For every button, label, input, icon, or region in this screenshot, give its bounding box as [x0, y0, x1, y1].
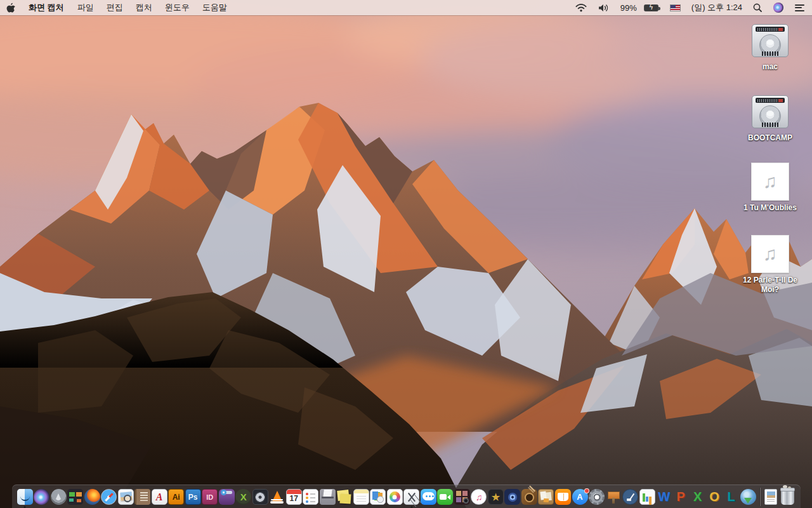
- app-menu-item-1[interactable]: 파일: [71, 0, 100, 15]
- acrobat-reader-icon: A: [152, 489, 167, 505]
- dock-item-safari[interactable]: [101, 486, 117, 508]
- reminders-icon: [303, 489, 318, 505]
- apple-logo-icon: [6, 3, 15, 13]
- dock-item-screen-capture[interactable]: [403, 486, 420, 508]
- desktop-icon-song-12[interactable]: 12 Parle-T-Il De Moi?: [740, 235, 801, 295]
- dock-item-document-file[interactable]: [763, 486, 779, 508]
- desktop-icon-label: mac: [763, 62, 778, 72]
- apple-menu[interactable]: [0, 0, 22, 15]
- messages-icon: [421, 489, 436, 505]
- icon-glyph: ID: [202, 490, 217, 504]
- dock-item-outlook[interactable]: O: [706, 486, 723, 508]
- dock-item-acrobat-reader[interactable]: A: [151, 486, 167, 508]
- microsoft-word-icon: W: [656, 489, 672, 505]
- dock-item-doc-box[interactable]: [319, 486, 336, 508]
- dock-item-excel[interactable]: X: [690, 486, 706, 508]
- dock-item-photoshop[interactable]: Ps: [185, 486, 201, 508]
- dock-item-siri[interactable]: [34, 486, 50, 508]
- wifi-icon[interactable]: [570, 0, 593, 15]
- dock-item-disk-tool[interactable]: [252, 486, 268, 508]
- wallpaper-sierra-mountain: [0, 0, 812, 508]
- dock-item-photos[interactable]: [386, 486, 403, 508]
- dock-item-x-media[interactable]: X: [235, 486, 252, 508]
- app-menu-item-2[interactable]: 편집: [100, 0, 129, 15]
- desktop-icon-song-1[interactable]: 1 Tu M'Oublies: [740, 163, 801, 213]
- dock-item-indesign[interactable]: ID: [202, 486, 218, 508]
- numbers-icon: [639, 489, 655, 505]
- dock-item-toast[interactable]: [218, 486, 235, 508]
- dock-item-calendar[interactable]: 17: [285, 486, 302, 508]
- illustrator-icon: Ai: [168, 489, 184, 505]
- app-menu-item-5[interactable]: 도움말: [196, 0, 233, 15]
- dock-item-app-store[interactable]: A: [572, 486, 588, 508]
- dock-item-firefox[interactable]: [84, 486, 100, 508]
- microsoft-lync-icon: L: [723, 489, 739, 505]
- dock-item-photo-booth[interactable]: [454, 486, 470, 508]
- dock-item-powerpoint[interactable]: P: [672, 486, 689, 508]
- dock-item-facetime[interactable]: [437, 486, 454, 508]
- microsoft-outlook-icon: O: [707, 489, 723, 505]
- dock-item-contacts[interactable]: [134, 486, 151, 508]
- dock-item-news-board[interactable]: [538, 486, 554, 508]
- dock-item-numbers[interactable]: [639, 486, 655, 508]
- trash-icon: [781, 489, 794, 505]
- pages-icon: [622, 489, 638, 505]
- app-menu-item-4[interactable]: 윈도우: [159, 0, 196, 15]
- photoshop-icon: Ps: [185, 489, 201, 505]
- document-file-icon: [764, 489, 777, 505]
- input-source-flag-icon[interactable]: [664, 0, 686, 15]
- desktop-icon-label: 1 Tu M'Oublies: [743, 203, 797, 213]
- dock-item-system-preferences[interactable]: [589, 486, 605, 508]
- dock-item-messages[interactable]: [420, 486, 436, 508]
- app-menu-item-3[interactable]: 캡처: [129, 0, 159, 15]
- dock-item-stickies[interactable]: [336, 486, 353, 508]
- dock-item-imovie[interactable]: ★: [487, 486, 504, 508]
- menu-bar-status: 99% (일) 오후 1:24: [570, 0, 812, 15]
- icon-glyph: A: [152, 490, 167, 504]
- dock-item-reminders[interactable]: [303, 486, 319, 508]
- dock-item-garageband[interactable]: [521, 486, 537, 508]
- microsoft-excel-icon: X: [690, 489, 705, 505]
- dock-item-mission-control[interactable]: [67, 486, 84, 508]
- audio-file-icon: [751, 235, 789, 273]
- dock-item-preview[interactable]: [117, 486, 134, 508]
- dock-item-ibooks[interactable]: [555, 486, 572, 508]
- dock-item-lync[interactable]: L: [723, 486, 740, 508]
- dock-item-finder[interactable]: [16, 486, 33, 508]
- dock-item-pages[interactable]: [622, 486, 639, 508]
- firefox-icon: [84, 489, 100, 505]
- dock-item-vlc[interactable]: [269, 486, 285, 508]
- desktop-icon-mac[interactable]: mac: [740, 23, 801, 72]
- battery-percent-label: 99%: [620, 3, 638, 13]
- desktop-icon-bootcamp[interactable]: BOOTCAMP: [740, 94, 801, 143]
- dock-item-launchpad[interactable]: [50, 486, 67, 508]
- dock-item-itunes[interactable]: ♫: [471, 486, 487, 508]
- spotlight-icon[interactable]: [747, 0, 768, 15]
- dock-item-keynote[interactable]: [605, 486, 622, 508]
- icon-glyph: 17: [287, 493, 301, 504]
- calendar-icon: 17: [286, 489, 302, 505]
- notification-center-icon[interactable]: [789, 0, 812, 15]
- dock-item-templates[interactable]: [370, 486, 386, 508]
- menu-bar-clock[interactable]: (일) 오후 1:24: [686, 0, 747, 15]
- news-board-app-icon: [538, 489, 554, 505]
- dock-item-notes[interactable]: [353, 486, 369, 508]
- app-menu-item-0[interactable]: 화면 캡처: [22, 0, 71, 15]
- battery-icon[interactable]: [644, 0, 664, 15]
- notes-icon: [353, 489, 369, 505]
- siri-icon[interactable]: [768, 0, 789, 15]
- volume-icon[interactable]: [593, 0, 615, 15]
- dock-item-idvd[interactable]: [504, 486, 521, 508]
- ibooks-icon: [555, 489, 571, 505]
- icon-glyph: X: [690, 489, 705, 505]
- dock-item-trash[interactable]: [780, 486, 796, 508]
- dock-item-downloader[interactable]: [740, 486, 756, 508]
- dock: AAiPsIDX17♫★AWPXOL: [12, 485, 801, 508]
- system-preferences-icon: [589, 489, 605, 505]
- safari-icon: [101, 489, 117, 505]
- dock-item-illustrator[interactable]: Ai: [168, 486, 185, 508]
- stickies-icon: [336, 489, 352, 505]
- garageband-icon: [521, 489, 537, 505]
- battery-status[interactable]: 99%: [615, 0, 644, 15]
- dock-item-word[interactable]: W: [656, 486, 672, 508]
